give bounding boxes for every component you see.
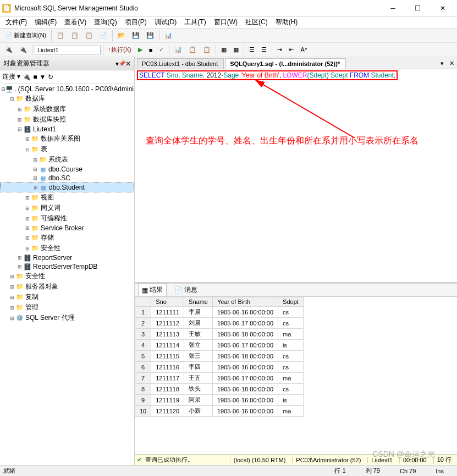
tree-sys-tables[interactable]: ⊞📁系统表: [0, 154, 134, 165]
stop-button[interactable]: ■: [146, 45, 156, 55]
parse-button[interactable]: ✓: [156, 45, 167, 55]
tab-sqlquery1[interactable]: SQLQuery1.sql - (l...dministrator (52))*: [225, 58, 346, 69]
toolbar-btn-3[interactable]: 📋: [82, 30, 96, 41]
sql-editor[interactable]: SELECT Sno, Sname, 2012-Sage 'Year of Bi…: [135, 69, 457, 284]
menu-view[interactable]: 查看(V): [61, 16, 90, 28]
tabs-dropdown-icon[interactable]: ▾: [438, 58, 447, 69]
tree-server-root[interactable]: ⊟🖥️. (SQL Server 10.50.1600 - PC03\Admin…: [0, 85, 134, 93]
menu-edit[interactable]: 编辑(E): [31, 16, 60, 28]
status-ins: Ins: [426, 468, 454, 474]
database-dropdown[interactable]: Liutext1: [35, 46, 101, 54]
results-tab-grid[interactable]: ▦结果: [138, 284, 167, 296]
connect-icon-2[interactable]: ■: [33, 73, 37, 81]
tree-table-student[interactable]: ⊞▦dbo.Student: [0, 182, 134, 192]
menu-tools[interactable]: 工具(T): [181, 16, 209, 28]
tree-replication[interactable]: ⊞📁复制: [0, 292, 134, 302]
tree-db-snapshots[interactable]: ⊞📁数据库快照: [0, 114, 134, 125]
outdent-button[interactable]: ⇤: [286, 45, 296, 55]
tree-server-objects[interactable]: ⊞📁服务器对象: [0, 281, 134, 292]
connect-icon-1[interactable]: 🔌: [23, 73, 31, 81]
menu-file[interactable]: 文件(F): [2, 16, 30, 28]
message-icon: 📄: [174, 286, 183, 294]
tree-reportserver[interactable]: ⊞🗄️ReportServer: [0, 253, 134, 262]
uncomment-button[interactable]: ☰: [258, 45, 269, 55]
toolbar-btn-4[interactable]: 📄: [97, 30, 110, 41]
tabs-close-icon[interactable]: ✕: [447, 58, 457, 69]
tree-table-course[interactable]: ⊞▦dbo.Course: [0, 165, 134, 174]
table-row[interactable]: 71211117王五1905-06-17 00:00:00ma: [135, 373, 304, 384]
tree-table-sc[interactable]: ⊞▦dbo.SC: [0, 174, 134, 182]
grid-header-cell[interactable]: [135, 297, 151, 307]
table-row[interactable]: 21211112刘晨1905-06-17 00:00:00cs: [135, 318, 304, 329]
menu-help[interactable]: 帮助(H): [272, 16, 301, 28]
tree-programmability[interactable]: ⊞📁可编程性: [0, 213, 134, 224]
grid-header-cell[interactable]: Sdept: [278, 297, 304, 307]
grid-header-cell[interactable]: Sname: [184, 297, 213, 307]
open-button[interactable]: 📂: [115, 30, 128, 41]
tab-table-student[interactable]: PC03.Liutext1 - dbo.Student: [137, 58, 224, 69]
results-grid-wrap[interactable]: SnoSnameYear of BirthSdept 11211111李晨190…: [135, 297, 457, 454]
activity-icon[interactable]: 📊: [162, 30, 175, 41]
menu-debug[interactable]: 调试(D): [151, 16, 180, 28]
toolbar-extra-3[interactable]: 📋: [200, 45, 213, 55]
tree-db-liutext1[interactable]: ⊟🗄️Liutext1: [0, 125, 134, 134]
tree-sys-databases[interactable]: ⊞📁系统数据库: [0, 104, 134, 114]
menu-project[interactable]: 项目(P): [122, 16, 150, 28]
save-all-button[interactable]: 💾: [144, 30, 157, 41]
pin-icon[interactable]: 📌: [119, 60, 125, 67]
tree-security[interactable]: ⊞📁安全性: [0, 271, 134, 281]
tree-db-security[interactable]: ⊞📁安全性: [0, 243, 134, 253]
tree-db-diagrams[interactable]: ⊞📁数据库关系图: [0, 134, 134, 144]
toolbar-extra-1[interactable]: 📊: [172, 45, 185, 55]
tree-service-broker[interactable]: ⊞📁Service Broker: [0, 224, 134, 233]
toolbar-btn-2[interactable]: 📋: [68, 30, 81, 41]
tree-reportservertempdb[interactable]: ⊞🗄️ReportServerTempDB: [0, 262, 134, 271]
toolbar-extra-2[interactable]: 📋: [186, 45, 199, 55]
close-button[interactable]: ✕: [430, 1, 455, 16]
tree-sql-agent[interactable]: ⊞⚙️SQL Server 代理: [0, 313, 134, 323]
status-rowcount: 10 行: [433, 456, 455, 464]
tree-synonyms[interactable]: ⊞📁同义词: [0, 203, 134, 213]
object-tree[interactable]: ⊟🖥️. (SQL Server 10.50.1600 - PC03\Admin…: [0, 84, 134, 465]
tree-tables[interactable]: ⊟📁表: [0, 144, 134, 154]
table-row[interactable]: 51211115张三1905-06-18 00:00:00cs: [135, 351, 304, 362]
toolbar-connect-icon[interactable]: 🔌: [2, 45, 15, 55]
toolbar-btn-1[interactable]: 📋: [54, 30, 67, 41]
save-button[interactable]: 💾: [129, 30, 142, 41]
minimize-button[interactable]: ─: [381, 1, 405, 16]
execute-label: 执行(X): [111, 46, 131, 54]
tree-views[interactable]: ⊞📁视图: [0, 192, 134, 203]
table-row[interactable]: 61211116李四1905-06-16 00:00:00cs: [135, 362, 304, 373]
tree-management[interactable]: ⊞📁管理: [0, 302, 134, 313]
tree-databases[interactable]: ⊟📁数据库: [0, 93, 134, 104]
menu-query[interactable]: 查询(Q): [91, 16, 120, 28]
grid-header-cell[interactable]: Year of Birth: [212, 297, 278, 307]
table-row[interactable]: 31211113王敏1905-06-18 00:00:00ma: [135, 329, 304, 340]
execute-button[interactable]: ! 执行(X): [106, 44, 134, 56]
tree-storage[interactable]: ⊞📁存储: [0, 233, 134, 243]
toolbar-disconnect-icon[interactable]: 🔌: [16, 45, 30, 55]
close-panel-icon[interactable]: ✕: [125, 60, 131, 68]
table-row[interactable]: 91211119阿呆1905-06-16 00:00:00is: [135, 395, 304, 406]
grid-header-cell[interactable]: Sno: [151, 297, 184, 307]
filter-icon[interactable]: ▼: [40, 73, 46, 81]
font-size-button[interactable]: Aᵃ: [298, 45, 309, 55]
debug-button[interactable]: ▶: [135, 45, 145, 55]
table-row[interactable]: 41211114张立1905-06-17 00:00:00is: [135, 340, 304, 351]
maximize-button[interactable]: ☐: [405, 1, 430, 16]
new-query-button[interactable]: 📄新建查询(N): [2, 30, 49, 41]
comment-button[interactable]: ☰: [246, 45, 257, 55]
sql-string: 'Year of Birth': [241, 71, 279, 79]
connect-button[interactable]: 连接 ▾: [2, 72, 20, 81]
table-row[interactable]: 11211111李晨1905-06-16 00:00:00cs: [135, 307, 304, 318]
results-tab-messages[interactable]: 📄消息: [171, 284, 201, 296]
results-grid-icon[interactable]: ▦: [218, 45, 229, 55]
results-text-icon[interactable]: ▦: [230, 45, 241, 55]
table-row[interactable]: 101211120小新1905-06-16 00:00:00ma: [135, 406, 304, 417]
table-row[interactable]: 81211118铁头1905-06-18 00:00:00cs: [135, 384, 304, 395]
grid-header-row: SnoSnameYear of BirthSdept: [135, 297, 304, 307]
menu-window[interactable]: 窗口(W): [211, 16, 241, 28]
menu-community[interactable]: 社区(C): [242, 16, 271, 28]
refresh-icon[interactable]: ↻: [48, 73, 53, 81]
indent-button[interactable]: ⇥: [274, 45, 285, 55]
